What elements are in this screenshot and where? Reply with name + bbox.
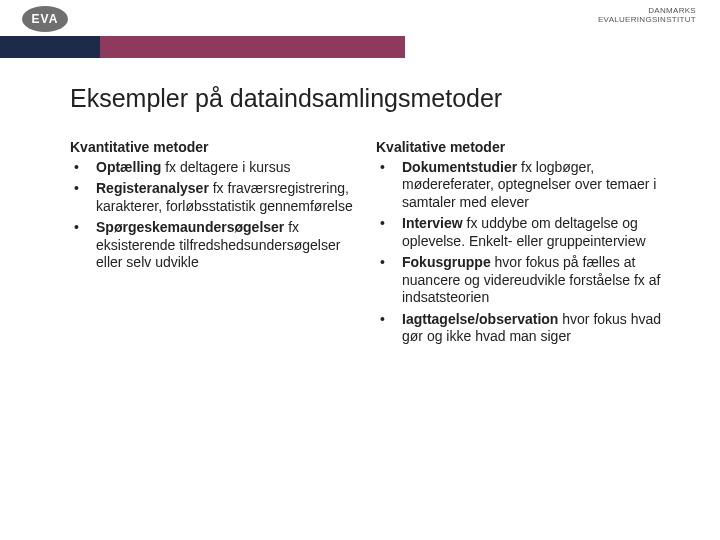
item-bold: Fokusgruppe [402,254,491,270]
list-item: Registeranalyser fx fraværsregistrering,… [70,180,358,215]
item-bold: Dokumentstudier [402,159,517,175]
stripe-maroon [100,36,405,58]
item-bold: Spørgeskemaundersøgelser [96,219,284,235]
list-item: Iagttagelse/observation hvor fokus hvad … [376,311,664,346]
content: Kvantitative metoder Optælling fx deltag… [70,139,664,350]
list-item: Dokumentstudier fx logbøger, mødereferat… [376,159,664,212]
org-name: DANMARKS EVALUERINGSINSTITUT [598,6,696,24]
item-bold: Interview [402,215,463,231]
list-item: Optælling fx deltagere i kursus [70,159,358,177]
eva-logo-oval: EVA [22,6,68,32]
org-line-1: DANMARKS [598,6,696,15]
org-line-2: EVALUERINGSINSTITUT [598,15,696,24]
right-column: Kvalitative metoder Dokumentstudier fx l… [376,139,664,350]
list-item: Fokusgruppe hvor fokus på fælles at nuan… [376,254,664,307]
item-bold: Registeranalyser [96,180,209,196]
slide-title: Eksempler på dataindsamlingsmetoder [70,84,720,113]
right-heading: Kvalitative metoder [376,139,664,157]
item-bold: Iagttagelse/observation [402,311,558,327]
item-bold: Optælling [96,159,161,175]
left-heading: Kvantitative metoder [70,139,358,157]
list-item: Spørgeskemaundersøgelser fx eksisterende… [70,219,358,272]
stripe-dark [0,36,100,58]
left-list: Optælling fx deltagere i kursus Register… [70,159,358,272]
logo: EVA [22,6,68,32]
left-column: Kvantitative metoder Optælling fx deltag… [70,139,358,350]
right-list: Dokumentstudier fx logbøger, mødereferat… [376,159,664,346]
slide: EVA DANMARKS EVALUERINGSINSTITUT Eksempl… [0,0,720,540]
stripe [0,36,720,58]
item-rest: fx deltagere i kursus [161,159,290,175]
header: EVA DANMARKS EVALUERINGSINSTITUT [0,0,720,36]
eva-logo-text: EVA [32,12,59,26]
list-item: Interview fx uddybe om deltagelse og opl… [376,215,664,250]
